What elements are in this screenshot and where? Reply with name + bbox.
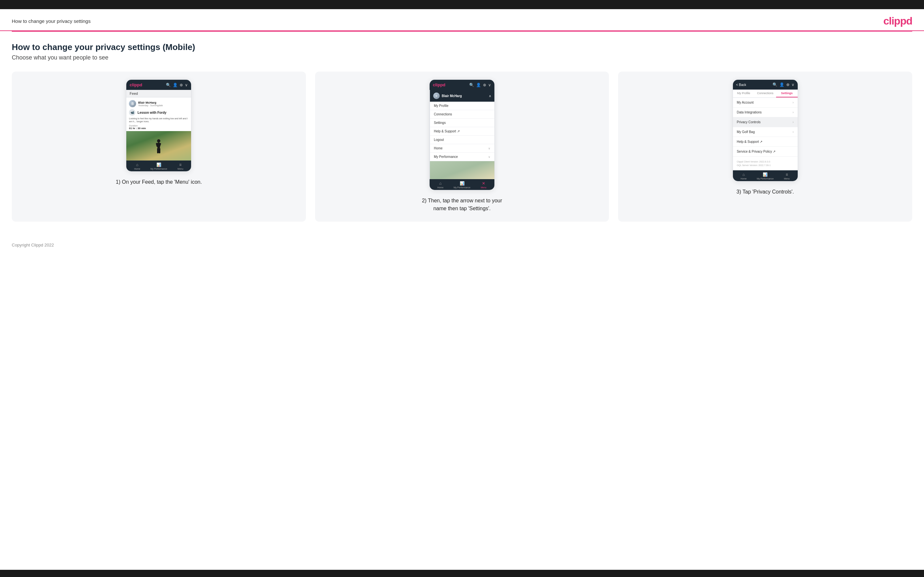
performance-label-3: My Performance [757, 177, 774, 180]
phone-2-bottom-nav: ⌂ Home 📊 My Performance ✕ Menu [430, 179, 494, 190]
home-icon-2: ⌂ [439, 181, 441, 186]
step-2-card: clippd 🔍 👤 ⊕ ∨ B Blair McHarg [315, 72, 609, 222]
settings-item-my-account[interactable]: My Account › [733, 98, 798, 108]
top-bar [0, 0, 924, 9]
feed-lesson-row: 📹 Lesson with Fordy [129, 109, 189, 116]
chevron-down-performance: ∨ [488, 155, 491, 158]
svg-rect-4 [157, 148, 159, 153]
steps-container: clippd 🔍 👤 ⊕ ∨ Feed B Blair McHarg [12, 72, 912, 222]
settings-my-golf-bag-label: My Golf Bag [737, 130, 755, 134]
search-icon-2: 🔍 [469, 83, 474, 87]
duration-value: 01 hr : 30 min [129, 127, 189, 130]
phone-2-header: clippd 🔍 👤 ⊕ ∨ [430, 80, 494, 90]
search-icon-3: 🔍 [772, 82, 777, 87]
tab-my-profile[interactable]: My Profile [733, 90, 754, 97]
phone-2-logo: clippd [433, 82, 445, 87]
duration-label: Duration [129, 124, 189, 127]
nav-performance-2: 📊 My Performance [451, 181, 473, 189]
phone-2-icons: 🔍 👤 ⊕ ∨ [469, 83, 491, 87]
menu-performance-label: My Performance [434, 155, 458, 158]
settings-my-account-label: My Account [737, 101, 754, 104]
logo: clippd [884, 15, 912, 27]
menu-section-performance: My Performance ∨ [430, 153, 494, 161]
golf-image [126, 131, 191, 161]
version-client: Clippd Client Version: 2022.8.3-3 [737, 160, 794, 163]
settings-list: My Account › Data Integrations › Privacy… [733, 98, 798, 156]
performance-label-2: My Performance [454, 186, 470, 189]
bottom-bar [0, 570, 924, 577]
step-3-card: < Back 🔍 👤 ⊕ ∨ My Profile Connections Se… [618, 72, 912, 222]
settings-tabs: My Profile Connections Settings [733, 90, 798, 98]
settings-service-privacy-label: Service & Privacy Policy ↗ [737, 150, 776, 153]
tab-connections[interactable]: Connections [754, 90, 776, 97]
feed-user-row: B Blair McHarg Yesterday · Sunningdale [129, 100, 189, 107]
settings-item-service-privacy[interactable]: Service & Privacy Policy ↗ [733, 147, 798, 156]
menu-item-profile: My Profile [430, 102, 494, 110]
step-2-description: 2) Then, tap the arrow next to your name… [416, 197, 508, 213]
settings-item-data-integrations[interactable]: Data Integrations › [733, 108, 798, 118]
menu-overlay: B Blair McHarg ∧ My Profile Connections … [430, 90, 494, 179]
feed-username: Blair McHarg [138, 101, 163, 104]
header-title: How to change your privacy settings [12, 18, 90, 24]
phone-1-icons: 🔍 👤 ⊕ ∨ [166, 83, 188, 87]
page-heading: How to change your privacy settings (Mob… [12, 42, 912, 52]
chevron-down-icon-2: ∨ [488, 83, 491, 87]
settings-help-support-label: Help & Support ↗ [737, 140, 763, 143]
footer: Copyright Clippd 2022 [0, 235, 924, 255]
feed-avatar: B [129, 100, 136, 107]
step-1-description: 1) On your Feed, tap the 'Menu' icon. [116, 178, 202, 186]
back-label: < Back [736, 83, 746, 87]
tab-settings[interactable]: Settings [776, 90, 798, 97]
home-label-2: Home [438, 186, 444, 189]
close-icon: ✕ [482, 181, 485, 186]
home-icon: ⌂ [136, 163, 138, 167]
chevron-up-icon: ∧ [489, 94, 491, 98]
step-3-description: 3) Tap 'Privacy Controls'. [737, 188, 794, 196]
settings-icon: ⊕ [179, 83, 183, 87]
user-icon-2: 👤 [476, 83, 481, 87]
settings-privacy-controls-label: Privacy Controls [737, 120, 761, 124]
menu-user-left: B Blair McHarg [433, 92, 462, 99]
settings-data-integrations-label: Data Integrations [737, 111, 762, 114]
svg-point-0 [157, 139, 160, 143]
settings-item-my-golf-bag[interactable]: My Golf Bag › [733, 127, 798, 137]
settings-icon-3: ⊕ [786, 82, 790, 87]
page-subheading: Choose what you want people to see [12, 54, 912, 61]
home-label: Home [134, 168, 141, 170]
chevron-down-home: ∨ [488, 147, 491, 150]
menu-item-connections: Connections [430, 110, 494, 119]
nav-performance-3: 📊 My Performance [754, 172, 776, 180]
copyright: Copyright Clippd 2022 [12, 243, 54, 247]
performance-label: My Performance [150, 168, 167, 170]
chevron-right-account: › [793, 101, 793, 104]
home-label-3: Home [740, 177, 747, 180]
lesson-title: Lesson with Fordy [137, 111, 166, 114]
chevron-right-privacy: › [793, 120, 793, 124]
lesson-icon: 📹 [129, 109, 136, 116]
phone-1-bottom-nav: ⌂ Home 📊 My Performance ≡ Menu [126, 161, 191, 171]
nav-menu: ≡ Menu [170, 163, 191, 170]
step-2-phone: clippd 🔍 👤 ⊕ ∨ B Blair McHarg [429, 79, 495, 190]
phone-3-bottom-nav: ⌂ Home 📊 My Performance ≡ Menu [733, 170, 798, 181]
step-1-phone: clippd 🔍 👤 ⊕ ∨ Feed B Blair McHarg [126, 79, 191, 172]
performance-icon-3: 📊 [763, 172, 767, 177]
step-1-card: clippd 🔍 👤 ⊕ ∨ Feed B Blair McHarg [12, 72, 306, 222]
settings-item-privacy-controls[interactable]: Privacy Controls › [733, 118, 798, 127]
menu-icon: ≡ [179, 163, 182, 167]
header: How to change your privacy settings clip… [0, 9, 924, 31]
feed-location: Yesterday · Sunningdale [138, 104, 163, 106]
menu-home-label: Home [434, 147, 443, 150]
bg-hint [430, 161, 494, 179]
menu-item-help: Help & Support ↗ [430, 127, 494, 136]
settings-icon-2: ⊕ [483, 83, 486, 87]
settings-item-help-support[interactable]: Help & Support ↗ [733, 137, 798, 147]
chevron-right-data: › [793, 111, 793, 114]
chevron-down-icon-3: ∨ [792, 82, 795, 87]
step-3-phone: < Back 🔍 👤 ⊕ ∨ My Profile Connections Se… [733, 79, 798, 181]
feed-content: B Blair McHarg Yesterday · Sunningdale 📹… [126, 97, 191, 130]
user-icon-3: 👤 [779, 82, 784, 87]
menu-item-settings: Settings [430, 119, 494, 127]
nav-home-3: ⌂ Home [733, 172, 754, 180]
nav-home-2: ⌂ Home [430, 181, 451, 189]
menu-icon-3: ≡ [786, 172, 788, 177]
